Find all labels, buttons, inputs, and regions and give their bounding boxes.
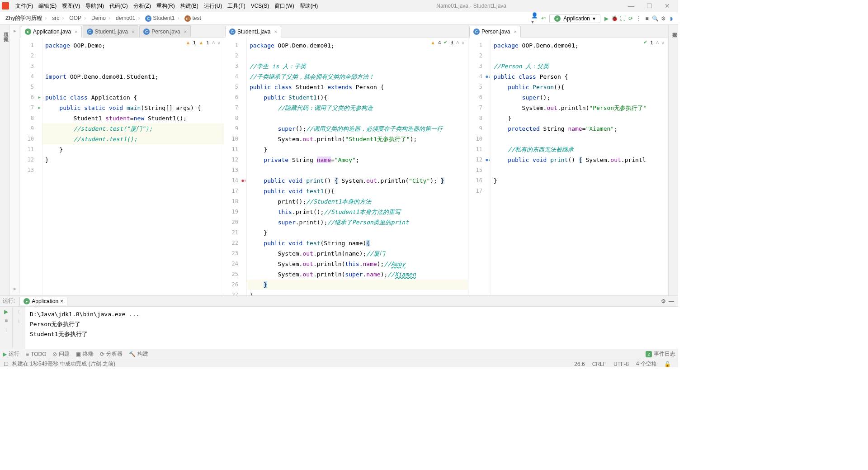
breadcrumb[interactable]: Zhy的学习历程	[3, 15, 49, 21]
status-collapse-icon[interactable]: ☐	[4, 361, 9, 367]
left-tool-strip[interactable]: 项目 收藏夹	[0, 25, 10, 295]
menu-refactor[interactable]: 重构(R)	[154, 2, 178, 10]
line-number[interactable]: 25	[224, 269, 246, 280]
down-button[interactable]: ↓	[18, 318, 20, 324]
down-button[interactable]: ↓	[5, 327, 8, 333]
code-line[interactable]	[45, 165, 224, 176]
editor-tab[interactable]: CPerson.java×	[139, 25, 191, 37]
code-line[interactable]: this.print();//Student1本身方法的重写	[250, 207, 468, 217]
line-number[interactable]: 17	[224, 186, 246, 196]
menu-edit[interactable]: 编辑(E)	[36, 2, 59, 10]
line-number[interactable]: 20	[224, 217, 246, 228]
line-number[interactable]: 13	[224, 165, 246, 176]
menu-build[interactable]: 构建(B)	[178, 2, 201, 10]
code-line[interactable]: System.out.println(this.name);//Amoy	[250, 259, 468, 269]
close-icon[interactable]: ×	[60, 298, 63, 304]
line-number[interactable]: 3	[468, 61, 491, 71]
line-number[interactable]: 13	[20, 165, 42, 176]
line-number[interactable]: 9	[20, 123, 42, 134]
line-number[interactable]: 5	[20, 82, 42, 92]
code-line[interactable]: super();	[494, 92, 668, 103]
maximize-button[interactable]: ☐	[640, 2, 658, 9]
nav-down-icon[interactable]: v	[462, 40, 465, 45]
code-line[interactable]: public void print() { System.out.printl	[494, 155, 668, 165]
line-number[interactable]: 7	[468, 103, 491, 113]
line-number[interactable]: 10	[468, 134, 491, 144]
code-line[interactable]	[250, 51, 468, 61]
code-line[interactable]: private String name="Amoy";	[250, 155, 468, 165]
code-line[interactable]: System.out.println(super.name);//Xiamen	[250, 269, 468, 280]
line-number[interactable]: 3	[224, 61, 246, 71]
line-number[interactable]: 3	[20, 61, 42, 71]
close-icon[interactable]: ×	[514, 29, 516, 34]
close-icon[interactable]: ×	[75, 29, 77, 34]
attach-button[interactable]: ⋮	[635, 14, 643, 23]
close-icon[interactable]: ×	[274, 29, 277, 34]
bb-run[interactable]: ▶运行	[3, 350, 19, 358]
code-line[interactable]	[45, 61, 224, 71]
code-line[interactable]: super.print();//继承了Person类里的print	[250, 217, 468, 228]
code-line[interactable]: System.out.println("Person无参执行了"	[494, 103, 668, 113]
menu-help[interactable]: 帮助(H)	[297, 2, 321, 10]
code-line[interactable]	[494, 165, 668, 176]
code-line[interactable]: //student.test1();	[42, 134, 224, 144]
status-eol[interactable]: CRLF	[589, 361, 610, 367]
inspection-left[interactable]: ▲1 ▲1 ʌv	[185, 39, 220, 45]
line-number[interactable]: 2	[468, 51, 491, 61]
line-number[interactable]: 16	[468, 176, 491, 186]
nav-down-icon[interactable]: v	[218, 40, 221, 45]
code-line[interactable]: //Person 人：父类	[494, 61, 668, 71]
menu-tools[interactable]: 工具(T)	[225, 2, 248, 10]
code-line[interactable]: print();//Student1本身的方法	[250, 196, 468, 207]
line-number[interactable]: 11	[224, 144, 246, 155]
code-line[interactable]: }	[45, 144, 224, 155]
breadcrumb[interactable]: demo01	[113, 15, 142, 21]
code-line[interactable]: }	[494, 176, 668, 186]
code-line[interactable]: }	[250, 228, 468, 238]
code-line[interactable]: //子类继承了父类，就会拥有父类的全部方法！	[250, 71, 468, 82]
line-number[interactable]: 21	[224, 228, 246, 238]
line-number[interactable]: 12	[20, 155, 42, 165]
line-number[interactable]: 4	[224, 71, 246, 82]
close-icon[interactable]: ×	[132, 29, 134, 34]
code-right[interactable]: package OOP.Demo.demo01; //Person 人：父类pu…	[491, 38, 668, 295]
line-number[interactable]: 12	[468, 155, 491, 165]
line-number[interactable]: 1	[20, 40, 42, 51]
line-number[interactable]: 24	[224, 259, 246, 269]
editor-tab[interactable]: CStudent1.java×	[83, 25, 139, 37]
code-line[interactable]: public Person(){	[494, 82, 668, 92]
line-number[interactable]: 5	[224, 82, 246, 92]
bb-todo[interactable]: ≡TODO	[26, 351, 46, 357]
status-indent[interactable]: 4 个空格	[632, 360, 660, 367]
code-line[interactable]: Student1 student=new Student1();	[45, 113, 224, 123]
code-line[interactable]: protected String name="Xiamen";	[494, 123, 668, 134]
run-button[interactable]: ▶	[602, 14, 610, 23]
code-line[interactable]: public Student1(){	[250, 92, 468, 103]
settings-icon[interactable]: ⚙	[659, 14, 667, 23]
run-app-tab[interactable]: ▸ Application ×	[19, 297, 67, 305]
inspection-mid[interactable]: ▲4 ✔3 ʌv	[430, 39, 464, 45]
line-number[interactable]: 14	[224, 176, 246, 186]
code-left[interactable]: package OOP.Demo; import OOP.Demo.demo01…	[42, 38, 224, 295]
gear-icon[interactable]: ⚙	[659, 297, 667, 305]
line-number[interactable]: 18	[224, 196, 246, 207]
line-number[interactable]: 19	[224, 207, 246, 217]
menu-vcs[interactable]: VCS(S)	[248, 3, 272, 9]
line-number[interactable]: 7	[20, 103, 42, 113]
code-line[interactable]: public void print() { System.out.println…	[250, 176, 468, 186]
close-button[interactable]: ✕	[658, 2, 676, 9]
line-number[interactable]: 7	[224, 103, 246, 113]
code-line[interactable]: public static void main(String[] args) {	[45, 103, 224, 113]
line-number[interactable]: 2	[224, 51, 246, 61]
code-line[interactable]	[494, 134, 668, 144]
code-line[interactable]: }	[494, 113, 668, 123]
code-mid[interactable]: package OOP.Demo.demo01; //学生 is 人：子类//子…	[247, 38, 468, 295]
line-number[interactable]: 22	[224, 238, 246, 248]
code-line[interactable]	[250, 165, 468, 176]
code-line[interactable]: //student.test("厦门");	[42, 123, 224, 134]
editor-tab[interactable]: CPerson.java×	[469, 26, 521, 38]
code-line[interactable]: public class Student1 extends Person {	[250, 82, 468, 92]
nav-up-icon[interactable]: ʌ	[656, 39, 659, 45]
code-line[interactable]	[494, 186, 668, 196]
console-output[interactable]: D:\Java\jdk1.8\bin\java.exe ...Person无参执…	[25, 307, 678, 349]
